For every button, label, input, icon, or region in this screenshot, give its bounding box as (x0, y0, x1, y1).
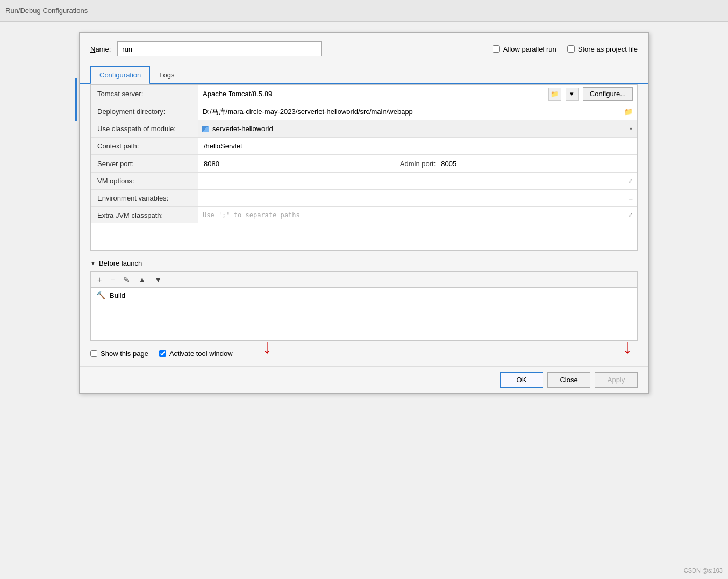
show-this-page-item: Show this page (90, 349, 148, 358)
module-icon (202, 126, 209, 132)
context-path-value (198, 138, 637, 154)
tomcat-dropdown-btn[interactable]: ▾ (566, 88, 579, 101)
context-path-input[interactable] (203, 141, 633, 151)
launch-down-btn[interactable]: ▼ (152, 274, 164, 285)
context-path-label: Context path: (91, 138, 198, 154)
build-icon: 🔨 (96, 291, 105, 299)
accent-bar (75, 78, 77, 121)
before-launch-section: ▼ Before launch + − ✎ ▲ ▼ 🔨 Build (80, 251, 648, 341)
show-this-page-label: Show this page (101, 349, 148, 358)
deployment-directory-row: Deployment directory: D:/马库/mara-circle-… (91, 103, 637, 120)
configure-btn[interactable]: Configure... (583, 87, 633, 101)
launch-build-item: 🔨 Build (91, 288, 637, 303)
vm-options-label: VM options: (91, 173, 198, 189)
deployment-directory-text: D:/马库/mara-circle-may-2023/serverlet-hel… (203, 107, 620, 117)
context-path-row: Context path: (91, 138, 637, 155)
build-label: Build (110, 291, 125, 299)
close-button[interactable]: Close (547, 372, 590, 388)
ports-value: Admin port: (198, 155, 637, 172)
checkbox-group: Allow parallel run Store as project file (493, 45, 638, 53)
vm-expand-icon[interactable]: ⤢ (628, 177, 633, 184)
use-classpath-label: Use classpath of module: (91, 120, 198, 137)
name-input[interactable] (117, 41, 322, 56)
deployment-directory-value: D:/马库/mara-circle-may-2023/serverlet-hel… (198, 103, 637, 120)
use-classpath-row: Use classpath of module: serverlet-hello… (91, 120, 637, 138)
tomcat-server-label: Tomcat server: (91, 85, 198, 103)
deployment-folder-icon[interactable]: 📁 (624, 108, 633, 116)
tomcat-server-row: Tomcat server: Apache Tomcat/8.5.89 📁 ▾ … (91, 85, 637, 103)
activate-tool-window-item: Activate tool window (159, 349, 233, 358)
activate-tool-window-checkbox[interactable] (159, 350, 166, 357)
vm-options-value: ⤢ (198, 173, 637, 189)
apply-button[interactable]: Apply (595, 372, 638, 388)
env-variables-label: Environment variables: (91, 190, 198, 206)
launch-add-btn[interactable]: + (95, 274, 104, 285)
launch-list: 🔨 Build (90, 287, 638, 341)
tab-logs[interactable]: Logs (150, 66, 183, 84)
action-buttons-row: ↓ ↓ OK Close Apply (80, 366, 648, 393)
bottom-checkboxes: Show this page Activate tool window (80, 341, 648, 366)
config-table: Tomcat server: Apache Tomcat/8.5.89 📁 ▾ … (90, 84, 638, 251)
tomcat-server-text: Apache Tomcat/8.5.89 (203, 90, 544, 98)
use-classpath-value: serverlet-helloworld ▾ (198, 120, 637, 137)
ports-row: Server port: Admin port: (91, 155, 637, 173)
arrow-apply: ↓ (623, 337, 632, 356)
store-as-project-file-item: Store as project file (567, 45, 638, 53)
tomcat-server-value: Apache Tomcat/8.5.89 📁 ▾ Configure... (198, 85, 637, 103)
server-port-input[interactable] (203, 157, 396, 170)
tab-configuration[interactable]: Configuration (90, 66, 150, 84)
title-bar-text: Run/Debug Configurations (5, 6, 88, 15)
before-launch-header[interactable]: ▼ Before launch (90, 259, 638, 267)
arrow-apply-container: ↓ (623, 337, 632, 356)
extra-jvm-row: Extra JVM classpath: Use ';' to separate… (91, 207, 637, 250)
activate-tool-window-label: Activate tool window (169, 349, 233, 358)
env-variables-value: ≡ (198, 190, 637, 206)
before-launch-triangle: ▼ (90, 260, 96, 266)
ok-button[interactable]: OK (500, 372, 543, 388)
admin-port-input[interactable] (440, 157, 633, 170)
launch-toolbar: + − ✎ ▲ ▼ (90, 271, 638, 287)
watermark: CSDN @s:103 (684, 567, 723, 574)
arrow-ok-container: ↓ (262, 337, 272, 356)
show-this-page-checkbox[interactable] (90, 350, 97, 357)
arrow-ok: ↓ (262, 337, 272, 356)
admin-port-label: Admin port: (400, 160, 436, 168)
deployment-directory-label: Deployment directory: (91, 103, 198, 120)
launch-up-btn[interactable]: ▲ (136, 274, 148, 285)
extra-jvm-value: Use ';' to separate paths ⤢ (198, 207, 637, 228)
module-select[interactable]: serverlet-helloworld (198, 124, 620, 134)
title-bar: Run/Debug Configurations (0, 0, 728, 22)
store-as-project-file-label: Store as project file (578, 45, 638, 53)
env-variables-input[interactable] (203, 193, 624, 203)
env-variables-row: Environment variables: ≡ (91, 190, 637, 207)
classpath-dropdown-btn[interactable]: ▾ (624, 126, 637, 132)
dialog-container: Name: Allow parallel run Store as projec… (79, 32, 649, 394)
tomcat-folder-btn[interactable]: 📁 (548, 88, 561, 101)
name-label: Name: (90, 45, 111, 53)
allow-parallel-run-label: Allow parallel run (503, 45, 556, 53)
vm-options-row: VM options: ⤢ (91, 173, 637, 190)
server-port-label: Server port: (91, 155, 198, 172)
env-icon[interactable]: ≡ (629, 194, 633, 202)
name-row: Name: Allow parallel run Store as projec… (80, 33, 648, 65)
extra-jvm-expand-icon[interactable]: ⤢ (628, 211, 633, 218)
allow-parallel-run-checkbox[interactable] (493, 45, 500, 53)
extra-jvm-label: Extra JVM classpath: (91, 207, 198, 223)
allow-parallel-run-item: Allow parallel run (493, 45, 556, 53)
module-name: serverlet-helloworld (212, 125, 273, 133)
tabs-container: Configuration Logs (80, 65, 648, 84)
launch-edit-btn[interactable]: ✎ (121, 274, 132, 285)
launch-remove-btn[interactable]: − (108, 274, 117, 285)
vm-options-input[interactable] (203, 176, 624, 186)
store-as-project-file-checkbox[interactable] (567, 45, 575, 53)
before-launch-label: Before launch (99, 259, 142, 267)
extra-jvm-placeholder: Use ';' to separate paths (203, 211, 300, 219)
